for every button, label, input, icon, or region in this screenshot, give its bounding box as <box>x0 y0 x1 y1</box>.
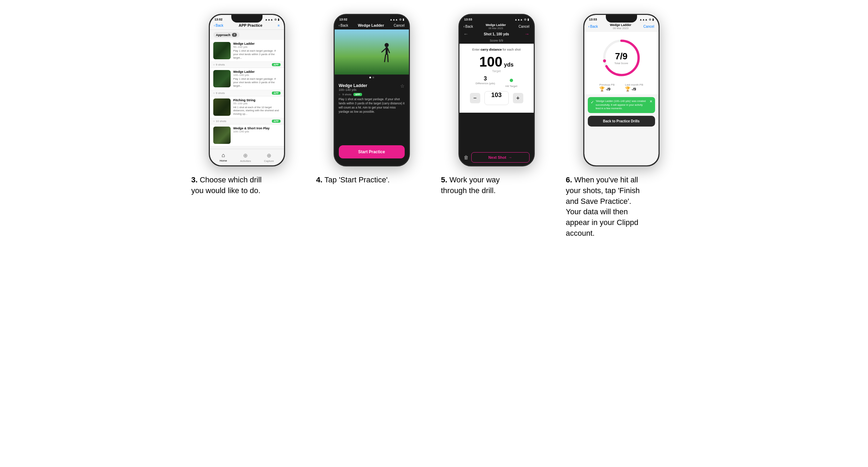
back-btn-3[interactable]: ‹ Back <box>214 24 224 27</box>
drill-item-1[interactable]: Wedge Ladder 50–100 yds Play 1 shot at e… <box>210 40 284 62</box>
image-dots-4 <box>335 75 409 80</box>
shot-stats: 3 Difference (yds) ● Hit Target <box>464 76 530 88</box>
app-badge-1: APP <box>272 63 280 66</box>
time-4: 13:02 <box>340 18 347 21</box>
shot-label: Shot 1, 100 yds <box>471 32 522 36</box>
step-4-num: 4. <box>316 175 323 184</box>
back-btn-6[interactable]: ‹ Back <box>588 25 598 28</box>
step-3: 13:02 ▲▲▲ ⊙ ▮ ‹ Back APP Practice <box>191 14 302 196</box>
phone-6-screen: 13:03 ▲▲▲ ⊙ ▮ ‹ Back <box>584 15 659 165</box>
check-icon: ✓ <box>591 100 594 105</box>
bottom-nav-3: ⌂ Home ⊕ Activities ⊕ Capture <box>210 149 284 165</box>
svg-point-1 <box>385 43 389 47</box>
drill-list: Wedge Ladder 50–100 yds Play 1 shot at e… <box>210 40 284 146</box>
prev-arrow[interactable]: ← <box>464 31 469 37</box>
drill-thumb-4 <box>213 127 231 144</box>
next-arrow[interactable]: → <box>525 31 530 37</box>
nav-title-6: Wedge Ladder <box>610 23 631 27</box>
step-4: 13:02 ▲▲▲ ⊙ ▮ ‹ Back Wedge Ladder <box>316 14 427 185</box>
step-6-desc: 6. When you've hit all your shots, tap '… <box>566 175 642 239</box>
drill-detail-star[interactable]: ☆ <box>400 83 405 89</box>
delete-btn[interactable]: 🗑 <box>464 155 469 160</box>
plus-btn[interactable]: + <box>513 93 523 103</box>
nav-home[interactable]: ⌂ Home <box>220 152 227 162</box>
phone-4: 13:02 ▲▲▲ ⊙ ▮ ‹ Back Wedge Ladder <box>334 14 410 166</box>
toast-close-btn[interactable]: ✕ <box>650 100 652 103</box>
drill-desc-2: Play 1 shot at each target yardage. If y… <box>233 77 281 87</box>
phone-3-wrapper: 13:02 ▲▲▲ ⊙ ▮ ‹ Back APP Practice <box>191 14 302 166</box>
drill-item-2[interactable]: Wedge Ladder 100–140 yds Play 1 shot at … <box>210 68 284 90</box>
input-row: − 103 + <box>464 91 530 105</box>
dot-2 <box>372 77 374 78</box>
step-6-num: 6. <box>566 175 572 184</box>
drill-image-large-4 <box>335 29 409 75</box>
nav-activities[interactable]: ⊕ Activities <box>240 152 251 163</box>
nav-center-6: Wedge Ladder 06 Mar 2023 <box>610 23 631 30</box>
score-circle: 7/9 Total Score <box>602 39 641 77</box>
nav-menu-3[interactable]: ≡ <box>278 24 280 27</box>
drill-name-1: Wedge Ladder <box>233 42 281 45</box>
app-badge-3: APP <box>272 120 280 123</box>
next-shot-btn[interactable]: Next Shot → <box>471 152 530 163</box>
diff-value: 3 <box>475 76 495 82</box>
main-container: 13:02 ▲▲▲ ⊙ ▮ ‹ Back APP Practice <box>191 14 677 239</box>
step-6: 13:03 ▲▲▲ ⊙ ▮ ‹ Back <box>566 14 677 239</box>
phone-6-notch <box>606 15 637 23</box>
svg-line-6 <box>388 55 388 62</box>
drill-info-4: Wedge & Short Iron Play 100–140 yds <box>233 127 281 134</box>
thumb-inner-1 <box>213 42 231 59</box>
pb-prev-label: Previous PB <box>599 83 615 86</box>
shot-arrows: ← Shot 1, 100 yds → <box>459 31 534 39</box>
drill-thumb-1 <box>213 42 231 59</box>
shots-label-4: 9 shots <box>342 93 351 96</box>
drill-range-2: 100–140 yds <box>233 73 281 77</box>
diff-label: Difference (yds) <box>475 82 495 85</box>
distance-input[interactable]: 103 <box>484 91 509 105</box>
wifi-icon-4: ⊙ <box>399 18 402 21</box>
activities-icon: ⊕ <box>243 152 248 159</box>
drill-desc-3: Hit 1 shot at each of the 10 target dist… <box>233 106 281 116</box>
back-btn-5[interactable]: ‹ Back <box>464 25 473 28</box>
phone-3-notch <box>231 15 263 23</box>
drill-range-1: 50–100 yds <box>233 45 281 49</box>
back-btn-4[interactable]: ‹ Back <box>339 24 349 27</box>
nav-cancel-4[interactable]: Cancel <box>394 24 404 27</box>
drill-detail-range-4: 100–140 yds <box>339 88 367 92</box>
step-3-desc: 3. Choose which drill you would like to … <box>191 175 268 196</box>
nav-title-4: Wedge Ladder <box>358 23 384 27</box>
category-count: 7 <box>232 33 237 37</box>
category-tag-3: Approach 7 <box>210 30 284 40</box>
nav-bar-4: ‹ Back Wedge Ladder Cancel <box>335 22 409 29</box>
dot-1 <box>369 77 371 78</box>
drill-info-1: Wedge Ladder 50–100 yds Play 1 shot at e… <box>233 42 281 59</box>
time-6: 13:03 <box>589 18 597 21</box>
drill-detail-4: Wedge Ladder 100–140 yds ☆ ○ 9 shots APP… <box>335 80 409 117</box>
shots-count-3: ○ 10 shots <box>213 120 226 123</box>
pb-prev-value: 🏆 -/9 <box>599 86 615 92</box>
phone-3-screen: 13:02 ▲▲▲ ⊙ ▮ ‹ Back APP Practice <box>210 15 284 165</box>
phone-6: 13:03 ▲▲▲ ⊙ ▮ ‹ Back <box>583 14 660 166</box>
pb-last-month: Last month PB 🏆 -/9 <box>625 83 643 92</box>
drill-item-4[interactable]: Wedge & Short Iron Play 100–140 yds <box>210 124 284 146</box>
nav-cancel-5[interactable]: Cancel <box>518 25 529 28</box>
start-practice-btn[interactable]: Start Practice <box>339 145 405 158</box>
phone-4-screen: 13:02 ▲▲▲ ⊙ ▮ ‹ Back Wedge Ladder <box>335 15 409 165</box>
nav-capture[interactable]: ⊕ Capture <box>264 152 274 163</box>
minus-btn[interactable]: − <box>470 93 480 103</box>
drill-thumb-3 <box>213 98 231 116</box>
shot-nav-center: Wedge Ladder 06 Mar 2023 <box>486 23 506 30</box>
svg-rect-0 <box>335 29 409 75</box>
drill-detail-name-4: Wedge Ladder <box>339 83 367 88</box>
nav-cancel-6[interactable]: Cancel <box>643 25 654 28</box>
drill-item-3[interactable]: Pitching String 55–100 yds Hit 1 shot at… <box>210 96 284 118</box>
drill-desc-1: Play 1 shot at each target yardage. If y… <box>233 49 281 59</box>
battery-icon: ▮ <box>278 18 279 21</box>
shots-icon-3: ○ <box>213 120 215 123</box>
nav-title-3: APP Practice <box>239 23 262 27</box>
category-label: Approach <box>216 33 231 37</box>
signal-icon-6: ▲▲▲ <box>639 18 648 21</box>
drill-name-3: Pitching String <box>233 98 281 102</box>
hit-target-label: Hit Target <box>506 85 517 88</box>
score-label: Total Score <box>614 62 628 65</box>
back-to-drills-btn[interactable]: Back to Practice Drills <box>588 116 655 127</box>
